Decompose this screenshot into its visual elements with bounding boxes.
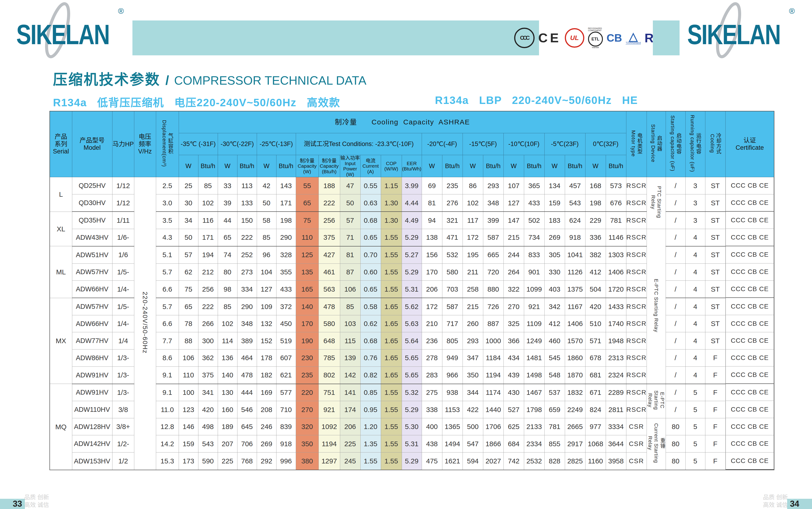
capacity-cell: 156	[422, 246, 442, 264]
capacity-cell: 104	[257, 264, 276, 281]
capacity-cell: 107	[504, 177, 524, 194]
motor-type-cell: RSCR	[626, 229, 647, 246]
unit-header: Btu/h	[198, 155, 218, 177]
capacity-cell: 65	[218, 229, 237, 246]
capacity-cell: 1481	[524, 349, 544, 367]
starting-capacitor-cell: /	[666, 177, 686, 194]
test-condition-cell: 461	[319, 264, 340, 281]
running-capacitor-cell: 5	[686, 435, 705, 452]
test-condition-cell: 563	[319, 281, 340, 298]
cooling-cell: F	[705, 435, 725, 452]
capacity-cell: 532	[442, 246, 463, 264]
capacity-cell: 1870	[565, 367, 585, 384]
capacity-cell: 2811	[606, 401, 626, 418]
certificate-cell: CCC CB CE	[726, 452, 774, 470]
test-condition-cell: 103	[340, 315, 360, 332]
unit-header: Btu/h	[237, 155, 257, 177]
test-condition-cell: 5.63	[402, 315, 422, 332]
starting-capacitor-cell: /	[666, 281, 686, 298]
top-banner: CCC CE UL RECOGNIZED COMPONENT ETL Inter…	[133, 21, 679, 55]
cooling-cell: ST	[705, 177, 725, 194]
cooling-cell: ST	[705, 264, 725, 281]
capacity-cell: 330	[544, 264, 565, 281]
capacity-cell: 109	[257, 298, 276, 315]
certificate-cell: CCC CB CE	[726, 332, 774, 349]
motor-type-cell: RSCR	[626, 246, 647, 264]
cb-icon: CB	[606, 33, 622, 43]
capacity-cell: 189	[218, 418, 237, 435]
capacity-cell: 246	[257, 418, 276, 435]
capacity-cell: 130	[218, 384, 237, 401]
test-condition-cell: 235	[296, 367, 319, 384]
capacity-cell: 1494	[442, 435, 463, 452]
displacement-cell: 11.0	[156, 401, 179, 418]
capacity-cell: 1184	[483, 349, 504, 367]
cooling-cell: ST	[705, 194, 725, 212]
capacity-cell: 58	[257, 212, 276, 229]
displacement-cell: 9.1	[156, 367, 179, 384]
displacement-cell: 5.7	[156, 264, 179, 281]
capacity-cell: 30	[179, 194, 198, 212]
capacity-cell: 1126	[565, 264, 585, 281]
running-capacitor-cell: 4	[686, 367, 705, 384]
test-condition-cell: 87	[340, 264, 360, 281]
capacity-cell: 86	[463, 177, 483, 194]
capacity-cell: 244	[504, 246, 524, 264]
capacity-cell: 996	[276, 452, 296, 470]
capacity-cell: 434	[504, 349, 524, 367]
model-cell: ADW128HV	[72, 418, 112, 435]
certificate-cell: CCC CB CE	[726, 401, 774, 418]
capacity-cell: 152	[257, 332, 276, 349]
capacity-cell: 587	[442, 298, 463, 315]
capacity-cell: 338	[422, 401, 442, 418]
capacity-cell: 292	[257, 452, 276, 470]
capacity-cell: 901	[524, 264, 544, 281]
capacity-cell: 159	[544, 194, 565, 212]
test-condition-cell: 170	[296, 315, 319, 332]
capacity-cell: 325	[504, 315, 524, 332]
capacity-cell: 703	[442, 281, 463, 298]
capacity-cell: 208	[257, 401, 276, 418]
serial-group-cell: XL	[50, 212, 72, 246]
cooling-cell: ST	[705, 298, 725, 315]
unit-header: W	[179, 155, 198, 177]
running-capacitor-cell: 4	[686, 298, 705, 315]
starting-capacitor-cell: /	[666, 384, 686, 401]
capacity-cell: 399	[483, 212, 504, 229]
test-condition-cell: 580	[319, 315, 340, 332]
capacity-cell: 328	[276, 246, 296, 264]
capacity-cell: 768	[237, 452, 257, 470]
capacity-cell: 1146	[606, 229, 626, 246]
capacity-cell: 80	[218, 264, 237, 281]
capacity-cell: 341	[198, 384, 218, 401]
capacity-cell: 172	[463, 229, 483, 246]
test-condition-cell: 375	[319, 229, 340, 246]
table-row: MQADW91HV1/3-9.1100341130444169577220751…	[50, 384, 774, 401]
cooling-cell: ST	[705, 229, 725, 246]
capacity-cell: 85	[257, 229, 276, 246]
capacity-cell: 270	[504, 298, 524, 315]
starting-capacitor-cell: /	[666, 367, 686, 384]
capacity-cell: 96	[257, 246, 276, 264]
test-condition-cell: 1.55	[360, 452, 381, 470]
test-condition-cell: 50	[340, 194, 360, 212]
test-subcolumn-header: COP (W/W)	[381, 155, 402, 177]
test-subcolumn-header: EER (Btu/Wh)	[402, 155, 422, 177]
capacity-cell: 114	[218, 332, 237, 349]
capacity-cell: 375	[198, 367, 218, 384]
capacity-cell: 1832	[565, 384, 585, 401]
capacity-cell: 537	[544, 384, 565, 401]
capacity-cell: 211	[463, 264, 483, 281]
table-row: ADW110HV3/811.01234201605462087102709211…	[50, 401, 774, 418]
capacity-cell: 519	[276, 332, 296, 349]
running-capacitor-cell: 4	[686, 229, 705, 246]
capacity-cell: 65	[179, 298, 198, 315]
voltage-frequency-cell: 220-240V/50-60Hz	[134, 177, 156, 470]
motor-type-cell: RSCR	[626, 332, 647, 349]
capacity-cell: 170	[422, 264, 442, 281]
capacity-cell: 464	[237, 349, 257, 367]
cooling-cell: ST	[705, 315, 725, 332]
test-condition-cell: 174	[340, 401, 360, 418]
capacity-cell: 781	[544, 418, 565, 435]
capacity-cell: 706	[237, 435, 257, 452]
